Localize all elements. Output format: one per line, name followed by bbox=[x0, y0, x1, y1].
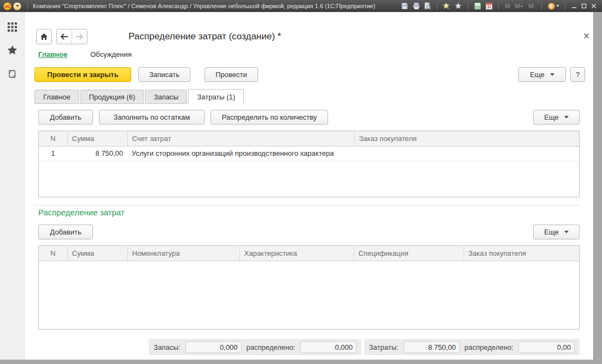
print-icon[interactable] bbox=[411, 2, 421, 10]
tab-produkcia[interactable]: Продукция (6) bbox=[80, 90, 144, 104]
costs-col-account: Счет затрат bbox=[127, 131, 354, 146]
menu-grid-icon[interactable] bbox=[6, 21, 18, 33]
memory-mplus-button[interactable]: M+ bbox=[513, 3, 525, 9]
stocks-distributed-field: 0,000 bbox=[300, 341, 356, 353]
distribution-heading: Распределение затрат bbox=[38, 208, 125, 217]
tab-glavnoe[interactable]: Главное bbox=[34, 90, 79, 104]
window-frame-right bbox=[593, 12, 602, 364]
forward-button[interactable] bbox=[72, 30, 87, 44]
function-panel-sidebar bbox=[0, 12, 25, 360]
stocks-total-field: 0,000 bbox=[185, 341, 242, 353]
tab-zapasy[interactable]: Запасы bbox=[145, 90, 187, 104]
dist-col-n: N bbox=[39, 246, 67, 261]
minimize-button[interactable] bbox=[571, 3, 577, 9]
tab-zatraty[interactable]: Затраты (1) bbox=[188, 89, 244, 104]
costs-col-n: N bbox=[39, 131, 67, 146]
distribution-more-button[interactable]: Еще bbox=[533, 225, 580, 239]
cell-account[interactable]: Услуги сторонних организаций производств… bbox=[127, 146, 354, 161]
costs-more-button[interactable]: Еще bbox=[533, 110, 580, 125]
fill-by-balance-button[interactable]: Заполнить по остаткам bbox=[99, 110, 204, 125]
distribution-add-button[interactable]: Добавить bbox=[38, 225, 93, 239]
costs-total-field: 8 750,00 bbox=[404, 341, 460, 353]
close-window-button[interactable] bbox=[591, 3, 597, 9]
help-button[interactable]: ? bbox=[570, 67, 585, 82]
home-icon bbox=[40, 33, 48, 40]
distribution-table: N Сумма Номенклатура Характеристика Спец… bbox=[38, 245, 580, 330]
history-nav-group bbox=[56, 29, 87, 44]
1c-logo-icon: 1С bbox=[3, 2, 11, 10]
stocks-distributed-label: распределено: bbox=[247, 343, 295, 351]
calendar-icon[interactable]: 31 bbox=[484, 2, 494, 10]
costs-table: N Сумма Счет затрат Заказ покупателя 1 8… bbox=[38, 131, 580, 197]
distribute-by-qty-button[interactable]: Распределить по количеству bbox=[211, 110, 328, 125]
calculator-icon[interactable] bbox=[472, 2, 482, 10]
stocks-totals-panel: Запасы: 0,000 распределено: 0,000 bbox=[149, 339, 361, 355]
forward-arrow-icon bbox=[75, 33, 84, 40]
home-button[interactable] bbox=[36, 29, 52, 44]
titlebar-separator bbox=[27, 2, 28, 10]
app-window: 1С Компания "Спорткомплекс Плюс" / Семен… bbox=[0, 0, 602, 364]
table-row: 1 8 750,00 Услуги сторонних организаций … bbox=[39, 146, 579, 161]
dist-col-nomenclature: Номенклатура bbox=[127, 246, 239, 261]
tabstrip: Главное Продукция (6) Запасы Затраты (1) bbox=[34, 89, 245, 104]
costs-add-button[interactable]: Добавить bbox=[38, 110, 93, 125]
favorites-icon[interactable] bbox=[453, 2, 463, 10]
costs-distributed-label: распределено: bbox=[465, 343, 513, 351]
dist-col-characteristic: Характеристика bbox=[239, 246, 354, 261]
add-favorite-icon[interactable] bbox=[442, 2, 452, 10]
section-separator bbox=[34, 205, 580, 206]
nav-link-discussions[interactable]: Обсуждения bbox=[90, 50, 132, 58]
window-title: Компания "Спорткомплекс Плюс" / Семенов … bbox=[33, 3, 375, 9]
save-icon[interactable] bbox=[400, 2, 410, 10]
costs-col-order: Заказ покупателя bbox=[354, 131, 579, 146]
back-button[interactable] bbox=[57, 30, 72, 44]
system-menu-dropdown-icon[interactable] bbox=[13, 2, 21, 10]
more-button-form[interactable]: Еще bbox=[518, 67, 566, 82]
memory-m-button[interactable]: M bbox=[503, 3, 511, 9]
page-title: Распределение затрат (создание) * bbox=[128, 31, 281, 42]
form-area: Распределение затрат (создание) * Главно… bbox=[25, 12, 593, 360]
nav-link-main[interactable]: Главное bbox=[38, 50, 67, 58]
stocks-label: Запасы: bbox=[154, 343, 180, 351]
costs-totals-panel: Затраты: 8 750,00 распределено: 0,00 bbox=[364, 339, 580, 355]
costs-label: Затраты: bbox=[369, 343, 399, 351]
cell-n[interactable]: 1 bbox=[39, 146, 67, 161]
back-arrow-icon bbox=[60, 33, 68, 40]
favorites-star-icon[interactable] bbox=[6, 44, 18, 56]
post-button[interactable]: Провести bbox=[204, 67, 258, 82]
dist-col-specification: Спецификация bbox=[354, 246, 464, 261]
chevron-down-icon bbox=[564, 116, 569, 119]
cell-sum[interactable]: 8 750,00 bbox=[67, 146, 127, 161]
info-caret-icon bbox=[556, 5, 559, 7]
maximize-button[interactable] bbox=[581, 3, 587, 9]
chevron-down-icon bbox=[550, 73, 554, 76]
titlebar: 1С Компания "Спорткомплекс Плюс" / Семен… bbox=[0, 0, 602, 12]
dist-col-sum: Сумма bbox=[67, 246, 127, 261]
cell-order[interactable] bbox=[354, 146, 579, 161]
write-button[interactable]: Записать bbox=[138, 67, 190, 82]
costs-col-sum: Сумма bbox=[67, 131, 127, 146]
close-form-icon[interactable] bbox=[581, 31, 591, 40]
window-frame-bottom bbox=[0, 360, 602, 364]
chevron-down-icon bbox=[564, 231, 569, 233]
print-preview-icon[interactable] bbox=[423, 2, 432, 10]
memory-mminus-button[interactable]: M- bbox=[527, 3, 537, 9]
post-and-close-button[interactable]: Провести и закрыть bbox=[34, 67, 131, 82]
info-icon[interactable]: i bbox=[546, 2, 560, 10]
history-scroll-icon[interactable] bbox=[6, 68, 18, 80]
dist-col-order: Заказ покупателя bbox=[464, 246, 579, 261]
costs-distributed-field: 0,00 bbox=[518, 341, 575, 353]
svg-text:31: 31 bbox=[487, 5, 492, 9]
